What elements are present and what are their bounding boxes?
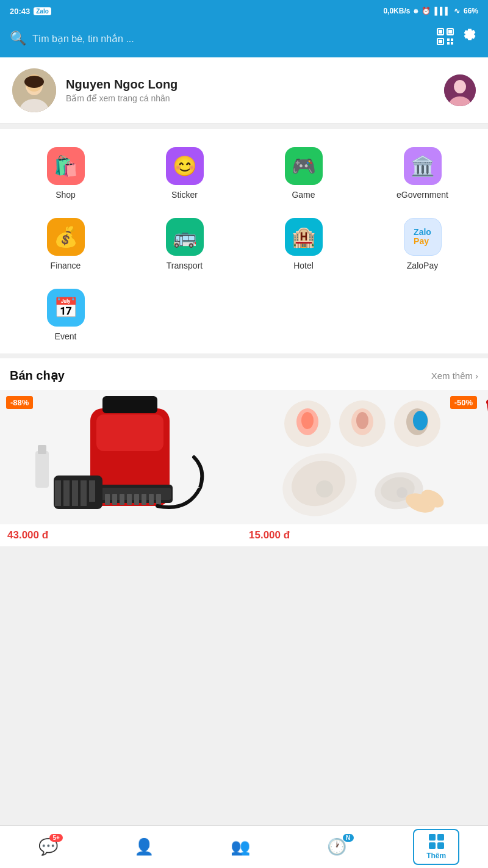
product-neckband-image xyxy=(483,390,488,524)
product-clipper-image: -88% xyxy=(0,390,242,524)
wifi-icon: ∿ xyxy=(454,7,460,15)
svg-rect-29 xyxy=(120,494,124,505)
svg-point-57 xyxy=(396,487,407,498)
app-transport[interactable]: 🚌 Transport xyxy=(125,212,244,277)
nav-more[interactable]: Thêm xyxy=(413,829,459,865)
svg-rect-5 xyxy=(439,40,442,43)
transport-label: Transport xyxy=(167,261,203,270)
svg-point-54 xyxy=(316,480,333,497)
finance-label: Finance xyxy=(51,261,81,270)
shop-icon: 🛍️ xyxy=(47,147,85,185)
sticker-label: Sticker xyxy=(171,190,198,200)
app-finance[interactable]: 💰 Finance xyxy=(6,212,125,277)
shop-label: Shop xyxy=(56,190,76,200)
profile-name: Nguyen Ngoc Long xyxy=(66,78,434,92)
zalopay-label: ZaloPay xyxy=(407,261,438,270)
svg-rect-7 xyxy=(451,38,453,41)
bluetooth-icon: ⎈ xyxy=(414,7,418,15)
app-egovernment[interactable]: 🏛️ eGovernment xyxy=(363,141,482,206)
svg-point-51 xyxy=(413,411,428,430)
xem-them-button[interactable]: Xem thêm › xyxy=(431,371,478,381)
egovernment-icon: 🏛️ xyxy=(404,147,442,185)
profile-avatar xyxy=(12,68,56,112)
app-shop[interactable]: 🛍️ Shop xyxy=(6,141,125,206)
svg-rect-35 xyxy=(102,396,157,413)
svg-rect-3 xyxy=(448,30,452,34)
products-row: -88% xyxy=(0,390,488,546)
svg-rect-41 xyxy=(89,480,95,502)
product-earphone-image: -50% xyxy=(242,390,483,524)
avatar-image xyxy=(12,68,56,112)
zalo-badge: Zalo xyxy=(34,7,51,15)
svg-point-14 xyxy=(24,76,44,88)
app-event[interactable]: 📅 Event xyxy=(6,283,125,347)
app-game[interactable]: 🎮 Game xyxy=(244,141,363,206)
profile-section[interactable]: Nguyen Ngoc Long Bấm để xem trang cá nhâ… xyxy=(0,57,488,124)
nav-messages[interactable]: 5+ 💬 xyxy=(29,833,68,861)
nav-discover[interactable]: 👥 xyxy=(221,833,260,861)
transport-icon: 🚌 xyxy=(166,218,204,256)
status-bar-left: 20:43 Zalo xyxy=(10,7,51,16)
signal-icon: ▌▌▌ xyxy=(434,7,450,15)
status-bar: 20:43 Zalo 0,0KB/s ⎈ ⏰ ▌▌▌ ∿ 66% xyxy=(0,0,488,22)
svg-rect-8 xyxy=(447,42,450,45)
svg-rect-39 xyxy=(72,480,78,506)
app-sticker[interactable]: 😊 Sticker xyxy=(125,141,244,206)
event-icon: 📅 xyxy=(47,289,85,327)
search-bar[interactable]: 🔍 Tìm bạn bè, tin nhắn ... xyxy=(10,31,429,46)
alarm-icon: ⏰ xyxy=(422,7,431,15)
game-icon: 🎮 xyxy=(285,147,323,185)
apps-section: 🛍️ Shop 😊 Sticker 🎮 Game 🏛️ eGovernment … xyxy=(0,129,488,353)
svg-rect-1 xyxy=(439,30,442,34)
svg-rect-28 xyxy=(112,494,117,505)
network-speed: 0,0KB/s xyxy=(383,7,410,15)
app-zalopay[interactable]: ZaloPay ZaloPay xyxy=(363,212,482,277)
event-label: Event xyxy=(55,331,77,341)
search-placeholder: Tìm bạn bè, tin nhắn ... xyxy=(32,33,429,45)
status-bar-right: 0,0KB/s ⎈ ⏰ ▌▌▌ ∿ 66% xyxy=(383,7,478,15)
ban-chay-header: Bán chạy Xem thêm › xyxy=(0,368,488,390)
apps-grid: 🛍️ Shop 😊 Sticker 🎮 Game 🏛️ eGovernment … xyxy=(6,141,482,347)
discount-badge-1: -88% xyxy=(6,396,33,409)
product-neckband[interactable]: 16.800 xyxy=(483,390,488,546)
product-price-2: 15.000 đ xyxy=(242,524,483,546)
game-label: Game xyxy=(292,190,315,200)
ban-chay-title: Bán chạy xyxy=(10,368,65,383)
timeline-badge: N xyxy=(343,834,354,842)
discover-icon: 👥 xyxy=(231,837,250,856)
svg-rect-34 xyxy=(156,494,161,505)
svg-rect-31 xyxy=(134,494,139,505)
zalopay-icon: ZaloPay xyxy=(404,218,442,256)
settings-icon[interactable] xyxy=(461,28,478,49)
contacts-icon: 👤 xyxy=(134,837,154,856)
finance-icon: 💰 xyxy=(47,218,85,256)
svg-rect-37 xyxy=(55,480,61,506)
svg-rect-30 xyxy=(127,494,132,505)
nav-timeline[interactable]: N 🕐 xyxy=(317,833,356,861)
battery-level: 66% xyxy=(464,7,478,15)
ban-chay-section: Bán chạy Xem thêm › -88% xyxy=(0,358,488,546)
svg-point-45 xyxy=(301,412,314,429)
svg-rect-27 xyxy=(105,494,110,505)
status-time: 20:43 xyxy=(10,7,30,16)
svg-rect-6 xyxy=(447,38,450,41)
svg-point-16 xyxy=(454,80,466,93)
sticker-icon: 😊 xyxy=(166,147,204,185)
app-hotel[interactable]: 🏨 Hotel xyxy=(244,212,363,277)
qr-icon[interactable] xyxy=(437,28,454,49)
product-earphone[interactable]: -50% xyxy=(242,390,483,546)
nav-contacts[interactable]: 👤 xyxy=(124,833,163,861)
messages-badge: 5+ xyxy=(49,834,62,842)
chevron-right-icon: › xyxy=(475,371,478,381)
profile-thumbnail[interactable] xyxy=(444,74,476,106)
hotel-label: Hotel xyxy=(293,261,314,270)
bottom-nav: 5+ 💬 👤 👥 N 🕐 Thêm xyxy=(0,825,488,868)
more-grid-icon xyxy=(429,834,444,849)
product-clipper[interactable]: -88% xyxy=(0,390,242,546)
svg-rect-19 xyxy=(35,451,49,488)
discount-badge-2: -50% xyxy=(450,396,477,409)
svg-rect-38 xyxy=(63,480,70,506)
header: 🔍 Tìm bạn bè, tin nhắn ... xyxy=(0,22,488,57)
search-icon: 🔍 xyxy=(10,31,26,46)
egovernment-label: eGovernment xyxy=(396,190,448,200)
